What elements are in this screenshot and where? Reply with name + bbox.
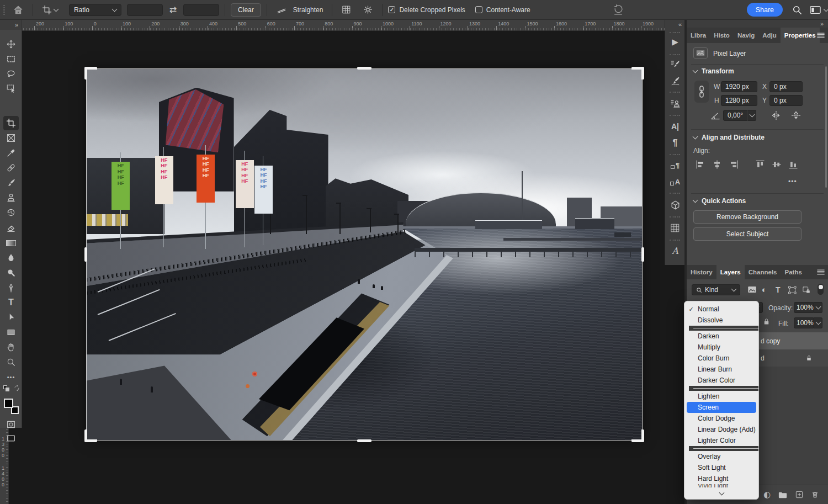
transform-section-header[interactable]: Transform: [693, 67, 734, 75]
new-adjustment-layer-button[interactable]: ◐: [763, 490, 771, 500]
tool-pen[interactable]: [3, 280, 19, 295]
ratio-select[interactable]: Ratio: [69, 4, 121, 16]
blend-mode-option[interactable]: Screen: [687, 402, 756, 413]
crop-settings-button[interactable]: [359, 3, 376, 17]
filter-type-layers[interactable]: T: [776, 285, 781, 294]
crop-tool-preset-button[interactable]: [39, 3, 61, 17]
ruler-horizontal[interactable]: 2001000100200300400500600700800900100011…: [9, 20, 665, 31]
layer-filter-toggle[interactable]: [818, 284, 824, 295]
panel-patterns[interactable]: [667, 221, 683, 235]
panel-paragraph[interactable]: ¶: [667, 136, 683, 150]
tool-hand[interactable]: [3, 340, 19, 354]
align-vertical-centers-button[interactable]: [771, 159, 783, 170]
delete-cropped-pixels-option[interactable]: Delete Cropped Pixels: [388, 6, 465, 14]
clear-button[interactable]: Clear: [231, 3, 261, 17]
fill-dropdown-button[interactable]: [814, 317, 822, 328]
blend-mode-option[interactable]: Darken: [684, 331, 758, 342]
remove-background-button[interactable]: Remove Background: [693, 210, 802, 224]
panel-paragraph-styles[interactable]: ¶: [667, 158, 683, 172]
align-bottom-edges-button[interactable]: [787, 159, 799, 170]
share-button[interactable]: Share: [747, 3, 783, 17]
properties-dock-tab[interactable]: Libra: [687, 28, 710, 43]
panel-character-styles[interactable]: A: [667, 174, 683, 189]
layers-panel-menu[interactable]: [817, 269, 825, 275]
tool-clone-stamp[interactable]: [3, 190, 19, 205]
tool-rectangle[interactable]: [3, 325, 19, 339]
tool-history-brush[interactable]: [3, 205, 19, 220]
properties-dock-tab[interactable]: Navig: [734, 28, 758, 43]
filter-shape-layers[interactable]: [788, 286, 797, 294]
properties-panel-menu[interactable]: [817, 32, 825, 39]
checkbox-checked-icon[interactable]: [388, 6, 395, 13]
tool-spot-healing[interactable]: [3, 161, 19, 175]
layer-filter-kind-select[interactable]: Kind: [692, 284, 740, 295]
y-field[interactable]: 0 px: [769, 95, 803, 106]
blend-mode-option[interactable]: Lighten: [684, 391, 758, 402]
checkbox-unchecked-icon[interactable]: [475, 6, 482, 13]
menu-scroll-down[interactable]: [684, 489, 758, 498]
tool-crop[interactable]: [3, 116, 19, 130]
screen-mode-button[interactable]: [3, 432, 19, 444]
properties-dock-tab[interactable]: Histo: [710, 28, 734, 43]
swap-colors-control[interactable]: [2, 384, 20, 393]
crop-handle-top[interactable]: [357, 67, 371, 70]
properties-scrollbar[interactable]: [825, 66, 827, 188]
blend-mode-option[interactable]: Overlay: [684, 451, 758, 462]
crop-handle-bottom-right[interactable]: [631, 429, 644, 442]
search-button[interactable]: [792, 4, 803, 15]
new-group-button[interactable]: [778, 491, 788, 499]
color-swatches[interactable]: [3, 399, 19, 413]
tool-rectangular-marquee[interactable]: [3, 52, 19, 66]
tools-panel-expand[interactable]: »: [0, 20, 22, 30]
properties-dock-tab[interactable]: Properties: [781, 28, 820, 43]
tool-lasso[interactable]: [3, 67, 19, 81]
crop-height-input[interactable]: [183, 4, 219, 16]
select-subject-button[interactable]: Select Subject: [693, 227, 802, 241]
crop-handle-top-right[interactable]: [631, 67, 644, 79]
delete-layer-button[interactable]: [811, 490, 819, 499]
swap-dimensions-icon[interactable]: ⇄: [169, 4, 177, 15]
filter-smart-objects[interactable]: [802, 286, 810, 294]
crop-handle-top-left[interactable]: [84, 67, 97, 79]
layers-dock-tab[interactable]: Channels: [745, 265, 781, 279]
home-button[interactable]: [9, 3, 27, 17]
canvas-image[interactable]: [87, 69, 642, 440]
blend-mode-option[interactable]: Darker Color: [684, 375, 758, 386]
options-bar-grip[interactable]: [3, 5, 5, 15]
crop-width-input[interactable]: [127, 4, 163, 16]
blend-mode-option[interactable]: Dissolve: [684, 315, 758, 326]
crop-handle-left[interactable]: [84, 247, 87, 262]
opacity-field[interactable]: 100%: [794, 302, 814, 313]
filter-pixel-layers[interactable]: [747, 285, 757, 294]
tools-more-button[interactable]: •••: [3, 370, 19, 384]
content-aware-option[interactable]: Content-Aware: [475, 6, 530, 14]
opacity-dropdown-button[interactable]: [814, 302, 822, 313]
blend-mode-option[interactable]: [689, 326, 759, 331]
workspace-switcher[interactable]: [809, 5, 828, 15]
tool-type[interactable]: T: [3, 295, 19, 310]
tool-object-selection[interactable]: [3, 81, 19, 96]
tool-frame[interactable]: [3, 131, 19, 145]
blend-mode-option[interactable]: Hard Light: [684, 473, 758, 484]
layers-dock-tab[interactable]: Paths: [781, 265, 805, 279]
blend-mode-option[interactable]: Lighter Color: [684, 435, 758, 446]
lock-layer-button[interactable]: [762, 317, 771, 326]
dock-collapse-button[interactable]: «: [665, 20, 684, 29]
crop-overlay-options-button[interactable]: [338, 3, 355, 17]
blend-mode-option[interactable]: Multiply: [684, 342, 758, 353]
tool-brush[interactable]: [3, 176, 19, 190]
align-left-edges-button[interactable]: [694, 159, 707, 170]
flip-vertical-button[interactable]: [790, 110, 802, 121]
angle-field[interactable]: 0,00°: [723, 110, 747, 121]
x-field[interactable]: 0 px: [769, 81, 803, 92]
panel-materials[interactable]: [667, 198, 683, 212]
align-section-header[interactable]: Align and Distribute: [693, 134, 765, 141]
tool-gradient[interactable]: [3, 236, 19, 250]
tool-path-selection[interactable]: [3, 310, 19, 325]
flip-horizontal-button[interactable]: [771, 110, 782, 121]
align-more-button[interactable]: •••: [788, 178, 797, 185]
quick-mask-button[interactable]: [3, 417, 19, 432]
tool-eyedropper[interactable]: [3, 146, 19, 160]
crop-handle-right[interactable]: [641, 247, 644, 262]
layers-dock-tab[interactable]: Layers: [716, 265, 745, 279]
